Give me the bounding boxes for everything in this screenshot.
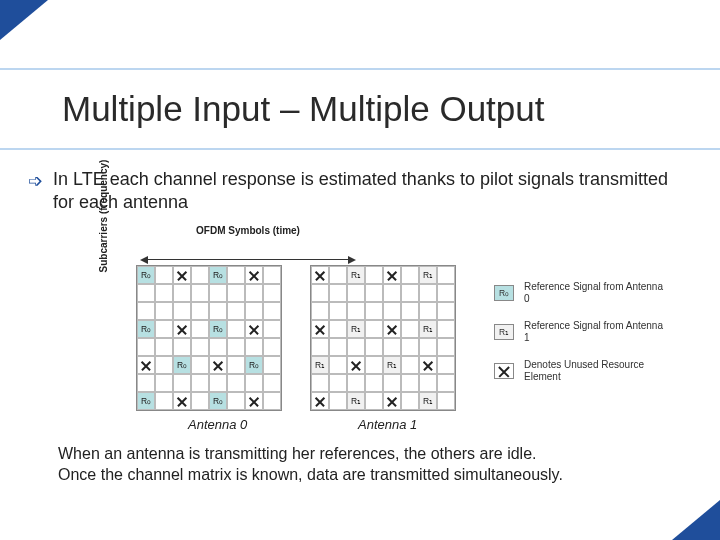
grid-cell: R₁ <box>383 356 401 374</box>
legend-text-x: Denotes Unused Resource Element <box>524 359 664 382</box>
grid-cell <box>209 302 227 320</box>
grid-cell <box>191 320 209 338</box>
legend-swatch-x-icon <box>494 363 514 379</box>
grid-cell <box>227 266 245 284</box>
grid-cell: R₁ <box>419 392 437 410</box>
grid-cell <box>437 284 455 302</box>
grid-cell <box>155 284 173 302</box>
freq-axis-label: Subcarriers (frequency) <box>98 151 109 281</box>
grid-cell <box>173 284 191 302</box>
grid-cell <box>365 374 383 392</box>
grid-cell <box>245 302 263 320</box>
grid-cell: R₀ <box>209 266 227 284</box>
grid-cell <box>329 338 347 356</box>
footer-line-1: When an antenna is transmitting her refe… <box>58 444 563 465</box>
grid-cell <box>437 392 455 410</box>
grid-cell <box>419 374 437 392</box>
grid-cell <box>365 320 383 338</box>
grid-cell <box>263 320 281 338</box>
legend-text-r1: Reference Signal from Antenna 1 <box>524 320 664 343</box>
grid-cell <box>329 320 347 338</box>
grid-cell <box>311 266 329 284</box>
grid-cell <box>401 356 419 374</box>
grid-cell <box>245 266 263 284</box>
grid-cell <box>245 284 263 302</box>
grid-cell <box>383 374 401 392</box>
grid-cell <box>173 374 191 392</box>
grid-cell <box>173 392 191 410</box>
grid-cell <box>401 302 419 320</box>
grid-cell <box>419 356 437 374</box>
grid-cell <box>383 338 401 356</box>
grid-cell <box>155 374 173 392</box>
antenna-0-label: Antenna 0 <box>188 417 247 432</box>
grid-cell <box>137 338 155 356</box>
grid-cell <box>209 338 227 356</box>
grid-cell <box>191 374 209 392</box>
grid-cell <box>347 356 365 374</box>
grid-cell <box>137 284 155 302</box>
grid-cell <box>401 338 419 356</box>
grid-cell <box>137 356 155 374</box>
diagram-inner: OFDM Symbols (time) Subcarriers (frequen… <box>58 231 678 451</box>
grid-cell <box>263 356 281 374</box>
title-band: Multiple Input – Multiple Output <box>0 68 720 150</box>
grid-cell <box>383 284 401 302</box>
grid-cell <box>155 392 173 410</box>
grid-cell <box>383 266 401 284</box>
grid-cell <box>437 266 455 284</box>
grid-cell <box>155 320 173 338</box>
footer-line-2: Once the channel matrix is known, data a… <box>58 465 563 486</box>
grid-cell <box>173 320 191 338</box>
grid-cell <box>227 302 245 320</box>
grid-cell <box>437 302 455 320</box>
grid-cell: R₀ <box>209 320 227 338</box>
grid-cell <box>329 392 347 410</box>
corner-accent-top-left <box>0 0 48 40</box>
grid-cell <box>155 356 173 374</box>
grid-cell <box>401 320 419 338</box>
slide-body: ➩ In LTE each channel response is estima… <box>28 168 692 451</box>
grid-cell <box>227 284 245 302</box>
corner-accent-bottom-right <box>672 500 720 540</box>
grid-cell <box>227 356 245 374</box>
grid-cell <box>419 302 437 320</box>
grid-cell <box>329 356 347 374</box>
bullet-row: ➩ In LTE each channel response is estima… <box>28 168 692 213</box>
grid-cell <box>401 266 419 284</box>
grid-cell <box>329 266 347 284</box>
grid-cell <box>227 338 245 356</box>
grid-cell: R₀ <box>245 356 263 374</box>
grid-cell <box>227 392 245 410</box>
grid-antenna-0: R₀R₀R₀R₀R₀R₀R₀R₀ <box>136 265 282 411</box>
grid-cell <box>311 284 329 302</box>
grid-cell: R₀ <box>137 266 155 284</box>
antenna-1-label: Antenna 1 <box>358 417 417 432</box>
legend-text-r0: Reference Signal from Antenna 0 <box>524 281 664 304</box>
grid-cell: R₁ <box>347 392 365 410</box>
grid-cell <box>173 338 191 356</box>
grid-cell <box>311 338 329 356</box>
slide-title: Multiple Input – Multiple Output <box>62 89 544 129</box>
legend-r1: R₁ Reference Signal from Antenna 1 <box>494 320 664 343</box>
grid-cell <box>347 284 365 302</box>
grid-cell <box>245 392 263 410</box>
legend-swatch-r1: R₁ <box>494 324 514 340</box>
grid-cell <box>311 392 329 410</box>
legend: R₀ Reference Signal from Antenna 0 R₁ Re… <box>494 281 664 398</box>
grid-cell: R₀ <box>209 392 227 410</box>
grid-cell <box>347 338 365 356</box>
grid-cell <box>263 374 281 392</box>
grid-cell <box>245 338 263 356</box>
grid-cell <box>383 320 401 338</box>
grid-cell <box>383 302 401 320</box>
grid-cell <box>437 320 455 338</box>
grid-cell: R₁ <box>311 356 329 374</box>
grid-cell <box>155 338 173 356</box>
grid-cell <box>245 320 263 338</box>
legend-swatch-r0: R₀ <box>494 285 514 301</box>
grid-cell <box>245 374 263 392</box>
grid-cell <box>209 284 227 302</box>
grid-cell: R₀ <box>173 356 191 374</box>
grid-cell <box>437 356 455 374</box>
